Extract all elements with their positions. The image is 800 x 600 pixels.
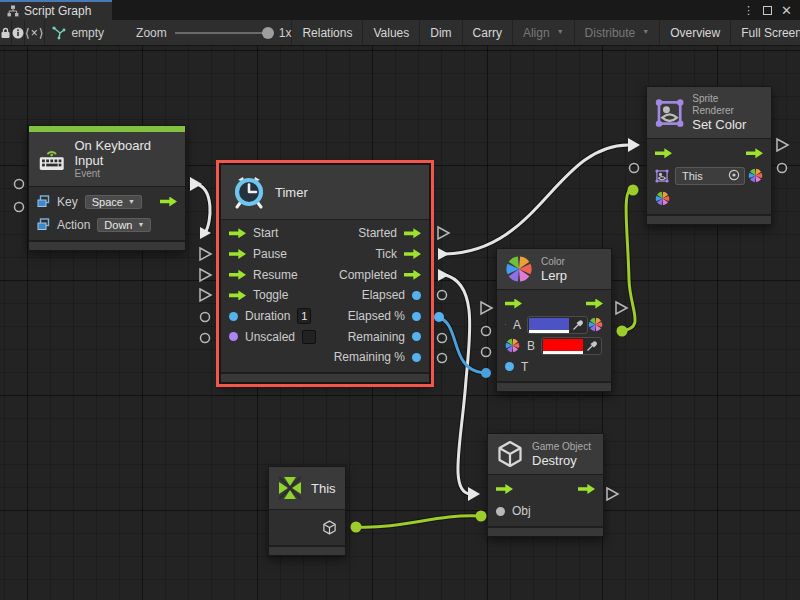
port-setcolor-flow-in-connected[interactable]	[628, 138, 640, 152]
flow-out-port[interactable]	[578, 484, 595, 494]
full-screen-button[interactable]: Full Screen	[731, 20, 800, 45]
target-field[interactable]: This	[675, 167, 745, 185]
node-destroy[interactable]: Game Object Destroy Obj	[487, 433, 604, 537]
wire-completed-to-destroy[interactable]	[445, 275, 470, 494]
color-b-field[interactable]	[541, 337, 602, 355]
port-lerp-result-connected[interactable]	[617, 326, 628, 337]
graph-canvas[interactable]: On Keyboard Input Event Key Space	[0, 46, 800, 600]
tab-script-graph[interactable]: Script Graph	[0, 0, 112, 20]
relations-button[interactable]: Relations	[292, 20, 363, 45]
port-elapsed[interactable]	[438, 291, 447, 300]
wire-tick-to-setcolor[interactable]	[445, 145, 628, 254]
wire-this-to-destroy-obj[interactable]	[356, 516, 479, 527]
port-lerp-flow-in[interactable]	[481, 302, 492, 314]
port-completed-connected[interactable]	[438, 269, 449, 281]
port-pause[interactable]	[200, 248, 211, 260]
object-picker-icon[interactable]	[728, 169, 740, 183]
port-circle[interactable]	[15, 203, 24, 212]
wire-lerp-to-setcolor-color[interactable]	[622, 190, 635, 331]
node-on-keyboard-input[interactable]: On Keyboard Input Event Key Space	[28, 125, 186, 251]
align-button[interactable]: Align	[513, 20, 575, 45]
port-this-out-connected[interactable]	[351, 522, 362, 533]
flow-out-port[interactable]	[404, 249, 421, 259]
zoom-slider[interactable]	[175, 32, 267, 34]
port-duration[interactable]	[201, 313, 210, 322]
duration-input[interactable]: 1	[297, 308, 311, 324]
port-lerp-t-connected[interactable]	[481, 368, 491, 378]
value-in-port[interactable]	[229, 332, 238, 341]
node-color-lerp[interactable]: Color Lerp A	[496, 248, 612, 392]
action-label: Action	[57, 218, 90, 232]
port-started[interactable]	[438, 227, 449, 239]
port-lerp-a[interactable]	[482, 327, 491, 336]
node-this[interactable]: This	[268, 466, 346, 556]
wire-elapsed-to-lerp-t[interactable]	[437, 317, 484, 373]
eyedropper-icon[interactable]	[583, 339, 600, 353]
info-button[interactable]	[12, 20, 25, 45]
flow-out-port[interactable]	[160, 197, 177, 207]
port-circle[interactable]	[15, 180, 24, 189]
flow-in-port[interactable]	[229, 249, 246, 259]
port-setcolor-target[interactable]	[630, 164, 639, 173]
color-b-swatch[interactable]	[543, 339, 583, 352]
wire-keyboard-to-timer-start[interactable]	[196, 184, 210, 233]
flow-in-port[interactable]	[496, 484, 513, 494]
window-menu-icon[interactable]: ⋮	[743, 5, 754, 16]
close-icon[interactable]: ✕	[781, 4, 792, 17]
port-destroy-flow-out[interactable]	[607, 488, 618, 500]
values-button[interactable]: Values	[363, 20, 420, 45]
port-label: Pause	[253, 247, 287, 261]
maximize-icon[interactable]	[763, 6, 772, 15]
port-label: B	[527, 339, 535, 353]
port-setcolor-color-connected[interactable]	[628, 185, 639, 196]
zoom-slider-handle[interactable]	[262, 27, 274, 39]
flow-out-port[interactable]	[586, 299, 603, 309]
port-flow-out-connected[interactable]	[190, 177, 202, 191]
port-lerp-b[interactable]	[482, 348, 491, 357]
port-toggle[interactable]	[200, 289, 211, 301]
flow-in-port[interactable]	[505, 299, 522, 309]
value-out-port[interactable]	[412, 291, 421, 300]
overview-button[interactable]: Overview	[660, 20, 731, 45]
port-elapsed-pct-connected[interactable]	[434, 312, 444, 322]
flow-in-port[interactable]	[229, 290, 246, 300]
key-dropdown[interactable]: Space	[85, 195, 142, 209]
port-lerp-flow-out[interactable]	[616, 302, 627, 314]
flow-out-port[interactable]	[746, 148, 763, 158]
dim-button[interactable]: Dim	[420, 20, 462, 45]
action-dropdown[interactable]: Down	[97, 218, 151, 232]
color-a-field[interactable]	[527, 316, 588, 334]
value-in-port[interactable]	[505, 362, 514, 371]
flow-out-port[interactable]	[404, 270, 421, 280]
value-out-port[interactable]	[412, 353, 421, 362]
flow-in-port[interactable]	[655, 148, 672, 158]
port-destroy-obj-connected[interactable]	[476, 511, 487, 522]
value-out-port[interactable]	[412, 312, 421, 321]
port-start-connected[interactable]	[200, 227, 211, 239]
flow-in-port[interactable]	[229, 270, 246, 280]
port-remaining[interactable]	[438, 334, 447, 343]
eyedropper-icon[interactable]	[569, 318, 586, 332]
port-setcolor-flow-out[interactable]	[777, 139, 788, 151]
flow-in-port[interactable]	[229, 228, 246, 238]
port-resume[interactable]	[200, 269, 211, 281]
lock-button[interactable]	[0, 20, 12, 45]
color-a-swatch[interactable]	[529, 318, 569, 331]
port-unscaled[interactable]	[201, 334, 210, 343]
value-out-port[interactable]	[412, 332, 421, 341]
value-in-port[interactable]	[229, 312, 238, 321]
node-title: Lerp	[541, 268, 567, 283]
carry-button[interactable]: Carry	[463, 20, 513, 45]
port-tick-connected[interactable]	[438, 248, 449, 260]
unscaled-checkbox[interactable]	[302, 330, 316, 344]
value-in-port[interactable]	[496, 507, 505, 516]
graph-selector[interactable]: empty Zoom 1x	[45, 20, 292, 45]
flow-out-port[interactable]	[404, 228, 421, 238]
node-set-color[interactable]: Sprite Renderer Set Color This	[646, 86, 772, 225]
inspect-button[interactable]: ⟨×⟩	[25, 20, 45, 45]
port-setcolor-value-out[interactable]	[778, 164, 787, 173]
distribute-button[interactable]: Distribute	[575, 20, 661, 45]
node-timer[interactable]: Timer Start Started Pause Tick Resume Co…	[220, 164, 430, 383]
port-remaining-pct[interactable]	[438, 354, 447, 363]
port-destroy-flow-in-connected[interactable]	[468, 487, 480, 501]
